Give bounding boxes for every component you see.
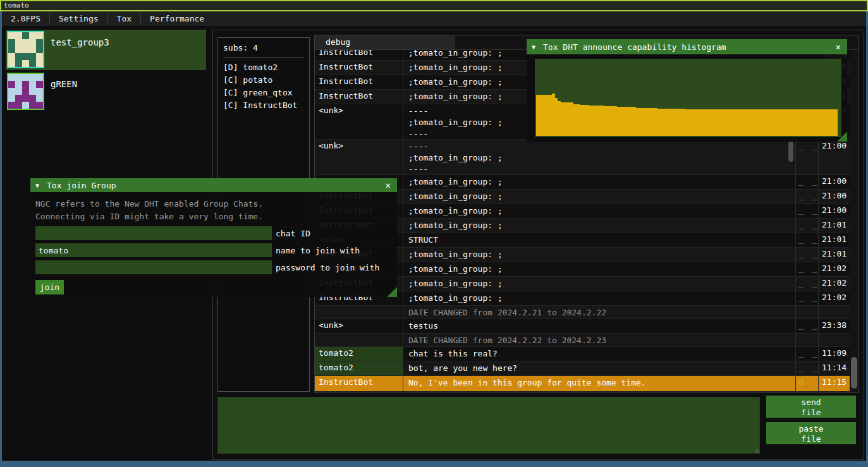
- message-row[interactable]: <unk>testus_ _23:38: [315, 319, 850, 334]
- message-status: _ _: [796, 361, 819, 375]
- chat-scrollbar[interactable]: [850, 50, 859, 392]
- message-status: _ _: [796, 233, 819, 247]
- message-time: 11:09: [819, 347, 850, 361]
- collapse-arrow-icon[interactable]: ▼: [532, 44, 535, 51]
- join-password-label: password to join with: [276, 263, 379, 272]
- subs-member[interactable]: [D] tomato2: [223, 61, 304, 74]
- message-time: 11:14: [819, 361, 850, 375]
- delivered-mark: d: [798, 377, 804, 387]
- message-author: InstructBot: [315, 376, 403, 391]
- message-status: _ _: [796, 175, 819, 189]
- message-time: 21:00: [819, 175, 850, 189]
- group-item-test_group3[interactable]: test_group3: [6, 30, 206, 70]
- message-author: InstructBot: [315, 50, 403, 60]
- group-name: test_group3: [51, 37, 109, 70]
- message-author: InstructBot: [315, 90, 403, 104]
- join-password-input[interactable]: [35, 260, 272, 274]
- message-time: 21:01: [819, 219, 850, 233]
- message-input[interactable]: [217, 397, 760, 454]
- message-text: ;tomato_in_group: ;: [403, 175, 796, 189]
- histogram-title: Tox DHT announce capability histogram: [543, 42, 834, 52]
- join-name-label: name to join with: [276, 246, 360, 255]
- group-name: gREEN: [51, 79, 77, 112]
- message-time: 21:01: [819, 248, 850, 262]
- histogram-titlebar[interactable]: ▼ Tox DHT announce capability histogram …: [527, 39, 847, 54]
- join-info-line1: NGC refers to the New DHT enabled Group …: [35, 198, 392, 210]
- message-time: 21:00: [819, 204, 850, 218]
- message-time: 21:01: [819, 233, 850, 247]
- message-time: [819, 306, 850, 318]
- message-author: [315, 306, 403, 318]
- subs-member[interactable]: [C] potato: [223, 74, 304, 87]
- join-group-titlebar[interactable]: ▼ Tox join Group ✕: [30, 178, 397, 192]
- message-text: ;tomato_in_group: ;: [403, 204, 796, 218]
- message-status: [796, 334, 819, 346]
- histogram-window: ▼ Tox DHT announce capability histogram …: [527, 39, 847, 142]
- message-status: [796, 306, 819, 318]
- message-status: _ _: [796, 262, 819, 276]
- message-text: bot, are you new here?: [403, 361, 796, 375]
- histogram-body: [527, 54, 847, 142]
- message-text: ;tomato_in_group: ;: [403, 262, 796, 276]
- message-row[interactable]: <unk>---- ;tomato_in_group: ; ----_ _21:…: [315, 140, 850, 175]
- group-avatar: [7, 73, 44, 110]
- message-status: _ _: [796, 190, 819, 203]
- collapse-arrow-icon[interactable]: ▼: [35, 182, 39, 189]
- message-status: _ _: [796, 219, 819, 233]
- menu-item-performance[interactable]: Performance: [141, 11, 213, 26]
- message-text: ;tomato_in_group: ;: [403, 248, 796, 262]
- paste-file-button[interactable]: paste file: [766, 422, 856, 444]
- message-status: _ _: [796, 248, 819, 262]
- message-status: d_: [796, 376, 819, 391]
- window-border-left: [0, 11, 2, 467]
- app-window: tomato 2.0FPSSettingsToxPerformance test…: [0, 0, 868, 467]
- close-icon[interactable]: ✕: [384, 180, 392, 190]
- message-status: _ _: [796, 319, 819, 333]
- message-text: ;tomato_in_group: ;: [403, 190, 796, 203]
- group-item-green[interactable]: gREEN: [6, 71, 206, 112]
- menu-item-2-0fps[interactable]: 2.0FPS: [2, 11, 49, 26]
- separator: [223, 57, 304, 58]
- message-author: <unk>: [315, 104, 403, 139]
- send-file-button[interactable]: send file: [766, 396, 856, 418]
- chat-id-input[interactable]: [35, 226, 272, 240]
- join-name-input[interactable]: [35, 243, 272, 257]
- message-time: [819, 334, 850, 346]
- message-row[interactable]: InstructBotNo, I've been in this group f…: [315, 376, 850, 392]
- message-row[interactable]: tomato2bot, are you new here?_ _11:14: [315, 361, 850, 376]
- message-text: chat is this real?: [403, 347, 796, 361]
- window-titlebar[interactable]: tomato: [0, 0, 868, 11]
- message-cell-scrollbar[interactable]: [788, 142, 793, 162]
- tab-debug[interactable]: debug: [315, 35, 455, 49]
- window-title: tomato: [4, 1, 29, 9]
- menu-item-tox[interactable]: Tox: [108, 11, 140, 26]
- system-message-row[interactable]: DATE CHANGED from 2024.2.22 to 2024.2.23: [315, 334, 850, 347]
- resize-grip-icon[interactable]: [837, 131, 847, 142]
- chat-id-label: chat ID: [276, 229, 310, 238]
- message-text: DATE CHANGED from 2024.2.22 to 2024.2.23: [403, 334, 796, 346]
- message-author: <unk>: [315, 140, 403, 174]
- group-avatar: [7, 31, 44, 68]
- subs-list: [D] tomato2[C] potato[C] green_qtox[C] I…: [223, 61, 304, 112]
- menu-item-settings[interactable]: Settings: [50, 11, 107, 26]
- close-icon[interactable]: ✕: [834, 42, 842, 52]
- message-time: 21:00: [819, 140, 850, 174]
- subs-member[interactable]: [C] green_qtox: [223, 87, 304, 99]
- message-row[interactable]: tomato2chat is this real?_ _11:09: [315, 347, 850, 361]
- message-author: tomato2: [315, 361, 403, 375]
- message-text: ;tomato_in_group: ;: [403, 291, 796, 305]
- window-border-bottom: [0, 461, 868, 467]
- subs-member[interactable]: [C] InstructBot: [223, 99, 304, 112]
- message-author: <unk>: [315, 319, 403, 333]
- system-message-row[interactable]: DATE CHANGED from 2024.2.21 to 2024.2.22: [315, 306, 850, 319]
- message-status: _ _: [796, 347, 819, 361]
- message-text: ;tomato_in_group: ;: [403, 277, 796, 291]
- message-time: 21:02: [819, 262, 850, 276]
- message-time: 21:00: [819, 190, 850, 203]
- join-button[interactable]: join: [35, 280, 64, 294]
- chat-scrollbar-thumb[interactable]: [851, 357, 857, 389]
- resize-grip-icon[interactable]: [387, 287, 397, 297]
- join-info-line2: Connecting via ID might take a very long…: [35, 210, 392, 223]
- message-text: DATE CHANGED from 2024.2.21 to 2024.2.22: [403, 306, 796, 318]
- message-text: testus: [403, 319, 796, 333]
